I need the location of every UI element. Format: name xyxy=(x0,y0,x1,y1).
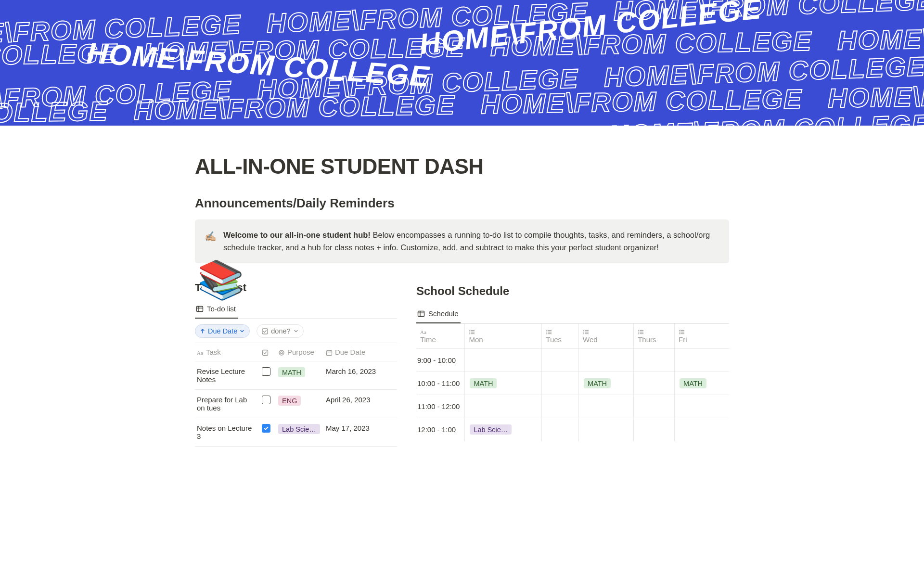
svg-rect-5 xyxy=(263,350,268,356)
col-due-date-header[interactable]: Due Date xyxy=(324,343,397,361)
cover-image: ME\FROM COLLEGE HOME\FROM COLLEGE HOME\F… xyxy=(0,0,924,126)
checkbox[interactable] xyxy=(262,367,270,376)
purpose-tag: MATH xyxy=(278,367,305,377)
purpose-cell[interactable]: Lab Scie… xyxy=(276,418,324,447)
col-wed-header[interactable]: Wed xyxy=(579,324,634,349)
task-cell[interactable]: Prepare for Lab on tues xyxy=(195,390,260,418)
target-icon xyxy=(278,349,285,356)
purpose-tag: ENG xyxy=(278,396,301,406)
chevron-down-icon xyxy=(240,329,244,333)
class-tag: MATH xyxy=(680,378,706,388)
purpose-tag: Lab Scie… xyxy=(278,424,320,434)
svg-point-33 xyxy=(583,333,584,334)
time-cell[interactable]: 12:00 - 1:00 xyxy=(416,418,465,441)
sort-due-date-pill[interactable]: Due Date xyxy=(195,324,250,338)
writing-hand-icon: ✍🏼 xyxy=(205,229,217,254)
callout-bold: Welcome to our all-in-one student hub! xyxy=(223,231,371,239)
col-mon-header[interactable]: Mon xyxy=(465,324,542,349)
table-row[interactable]: Revise Lecture Notes MATH March 16, 2023 xyxy=(195,361,397,390)
table-row[interactable]: Notes on Lecture 3 Lab Scie… May 17, 202… xyxy=(195,418,397,447)
time-cell[interactable]: 10:00 - 11:00 xyxy=(416,372,465,395)
done-cell[interactable] xyxy=(260,390,276,418)
checkbox[interactable] xyxy=(262,424,270,433)
schedule-cell[interactable] xyxy=(634,418,675,441)
purpose-cell[interactable]: MATH xyxy=(276,361,324,390)
schedule-cell[interactable] xyxy=(634,349,675,372)
col-time-header[interactable]: Aa Time xyxy=(416,324,465,349)
due-date-cell[interactable]: March 16, 2023 xyxy=(324,361,397,390)
schedule-cell[interactable] xyxy=(465,349,542,372)
schedule-cell[interactable] xyxy=(542,418,579,441)
svg-point-31 xyxy=(583,330,584,331)
col-task-header[interactable]: AaTask xyxy=(195,343,260,361)
checkbox-icon xyxy=(262,349,269,356)
svg-point-20 xyxy=(470,332,471,333)
filter-label: done? xyxy=(271,327,290,335)
svg-point-19 xyxy=(470,330,471,331)
checkbox[interactable] xyxy=(262,396,270,404)
checkbox-icon xyxy=(262,328,268,334)
table-icon xyxy=(417,310,425,318)
schedule-cell[interactable] xyxy=(465,395,542,418)
filter-done-pill[interactable]: done? xyxy=(257,324,303,338)
table-row[interactable]: Prepare for Lab on tues ENG April 26, 20… xyxy=(195,390,397,418)
schedule-cell[interactable]: Lab Scie… xyxy=(465,418,542,441)
svg-point-21 xyxy=(470,333,471,334)
schedule-cell[interactable] xyxy=(579,418,634,441)
col-label: Due Date xyxy=(335,348,365,356)
schedule-cell[interactable] xyxy=(634,395,675,418)
list-icon xyxy=(546,329,574,335)
done-cell[interactable] xyxy=(260,418,276,447)
table-row[interactable]: 12:00 - 1:00Lab Scie… xyxy=(416,418,729,441)
purpose-cell[interactable]: ENG xyxy=(276,390,324,418)
schedule-cell[interactable]: MATH xyxy=(465,372,542,395)
todo-table: AaTask Purpose Due Date Revise Le xyxy=(195,343,397,447)
tab-schedule[interactable]: Schedule xyxy=(416,306,461,323)
schedule-cell[interactable] xyxy=(542,349,579,372)
svg-point-44 xyxy=(679,332,680,333)
schedule-cell[interactable]: MATH xyxy=(675,372,729,395)
done-cell[interactable] xyxy=(260,361,276,390)
schedule-cell[interactable] xyxy=(675,418,729,441)
time-cell[interactable]: 9:00 - 10:00 xyxy=(416,349,465,372)
table-row[interactable]: 9:00 - 10:00 xyxy=(416,349,729,372)
time-cell[interactable]: 11:00 - 12:00 xyxy=(416,395,465,418)
col-thurs-header[interactable]: Thurs xyxy=(634,324,675,349)
page-title[interactable]: ALL-IN-ONE STUDENT DASH xyxy=(195,154,729,179)
task-cell[interactable]: Revise Lecture Notes xyxy=(195,361,260,390)
col-purpose-header[interactable]: Purpose xyxy=(276,343,324,361)
schedule-heading[interactable]: School Schedule xyxy=(416,284,729,298)
col-label: Mon xyxy=(469,335,483,344)
schedule-cell[interactable] xyxy=(542,395,579,418)
schedule-cell[interactable]: MATH xyxy=(579,372,634,395)
col-tues-header[interactable]: Tues xyxy=(542,324,579,349)
schedule-section: School Schedule Schedule Aa Time Mon xyxy=(416,282,729,441)
schedule-cell[interactable] xyxy=(579,395,634,418)
tab-todo-list[interactable]: To-do list xyxy=(195,301,238,319)
svg-point-45 xyxy=(679,333,680,334)
svg-text:Aa: Aa xyxy=(197,350,203,356)
col-label: Purpose xyxy=(287,348,314,356)
due-date-cell[interactable]: May 17, 2023 xyxy=(324,418,397,447)
col-fri-header[interactable]: Fri xyxy=(675,324,729,349)
table-row[interactable]: 11:00 - 12:00 xyxy=(416,395,729,418)
due-date-cell[interactable]: April 26, 2023 xyxy=(324,390,397,418)
sort-label: Due Date xyxy=(208,327,237,335)
schedule-cell[interactable] xyxy=(579,349,634,372)
schedule-cell[interactable] xyxy=(634,372,675,395)
class-tag: Lab Scie… xyxy=(470,424,512,435)
list-icon xyxy=(638,329,669,335)
table-row[interactable]: 10:00 - 11:00MATHMATHMATH xyxy=(416,372,729,395)
task-cell[interactable]: Notes on Lecture 3 xyxy=(195,418,260,447)
svg-rect-0 xyxy=(197,306,203,311)
col-label: Fri xyxy=(679,335,687,344)
col-done-header[interactable] xyxy=(260,343,276,361)
schedule-cell[interactable] xyxy=(675,349,729,372)
announcements-heading[interactable]: Announcements/Daily Reminders xyxy=(195,196,729,211)
page-emoji-icon[interactable]: 📚 xyxy=(197,258,244,302)
announcement-callout[interactable]: ✍🏼 Welcome to our all-in-one student hub… xyxy=(195,219,729,263)
col-label: Tues xyxy=(546,335,562,344)
schedule-cell[interactable] xyxy=(542,372,579,395)
text-icon: Aa xyxy=(197,349,204,356)
schedule-cell[interactable] xyxy=(675,395,729,418)
